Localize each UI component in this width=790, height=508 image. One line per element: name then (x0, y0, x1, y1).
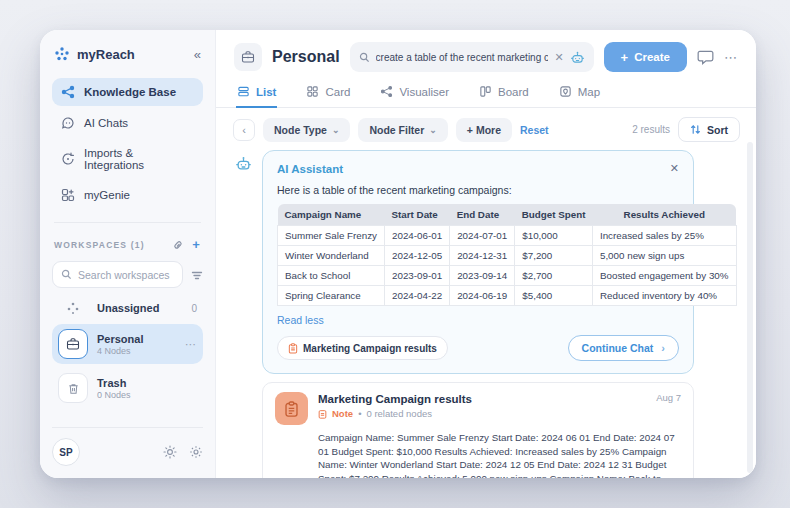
tab-label: List (256, 86, 276, 98)
chip-label: Marketing Campaign results (303, 343, 437, 354)
cell-results: Reduced inventory by 40% (592, 286, 736, 306)
sidebar-collapse-button[interactable]: « (194, 47, 201, 62)
close-icon[interactable]: ✕ (670, 162, 679, 175)
settings-gear-icon[interactable] (189, 445, 203, 459)
node-card-marketing-campaign-results[interactable]: Marketing Campaign results Note • 0 rela… (262, 382, 694, 478)
table-row: Summer Sale Frenzy 2024-06-01 2024-07-01… (278, 226, 737, 246)
cell-budget: $10,000 (515, 226, 593, 246)
plus-icon: + (621, 50, 629, 65)
sidebar-item-label: AI Chats (84, 117, 128, 129)
search-icon (359, 52, 370, 63)
sort-icon (690, 124, 701, 135)
tab-board[interactable]: Board (478, 81, 530, 108)
workspace-filter-icon[interactable] (191, 269, 203, 281)
workspace-search-input[interactable]: Search workspaces (52, 261, 183, 288)
theme-sun-icon[interactable] (163, 445, 177, 459)
mygenie-icon (61, 188, 75, 202)
ai-assistant-panel: AI Assistant ✕ Here is a table of the re… (262, 150, 694, 374)
cell-results: Boosted engagement by 30% (592, 266, 736, 286)
map-icon (559, 85, 572, 98)
link-icon[interactable] (172, 239, 184, 251)
node-filter[interactable]: Node Filter⌄ (358, 118, 447, 142)
visualiser-network-icon (380, 85, 393, 98)
note-icon (288, 343, 298, 354)
sidebar-divider (54, 222, 201, 223)
briefcase-icon (58, 329, 88, 359)
app-logo-text: myReach (77, 47, 135, 62)
page-header: Personal create a table of the recent ma… (216, 30, 756, 81)
workspace-name: Unassigned (97, 302, 159, 314)
cell-start-date: 2024-04-22 (385, 286, 450, 306)
cell-end-date: 2024-06-19 (450, 286, 515, 306)
note-icon (275, 392, 308, 425)
cell-results: Increased sales by 25% (592, 226, 736, 246)
tab-card[interactable]: Card (305, 81, 351, 108)
table-row: Winter Wonderland 2024-12-05 2024-12-31 … (278, 246, 737, 266)
cell-start-date: 2023-09-01 (385, 266, 450, 286)
myreach-app-window: myReach « Knowledge Base AI Chats Import… (40, 30, 756, 478)
workspaces-header: WORKSPACES (1) + (52, 237, 203, 252)
node-list-content: AI Assistant ✕ Here is a table of the re… (216, 147, 756, 478)
table-row: Back to School 2023-09-01 2023-09-14 $2,… (278, 266, 737, 286)
workspace-node-count: 0 Nodes (97, 390, 131, 400)
table-row: Spring Clearance 2024-04-22 2024-06-19 $… (278, 286, 737, 306)
column-header: Budget Spent (515, 204, 593, 226)
workspace-row-unassigned[interactable]: Unassigned 0 (52, 296, 203, 320)
ai-robot-icon[interactable] (570, 51, 585, 64)
tab-label: Board (498, 86, 529, 98)
sidebar-item-ai-chats[interactable]: AI Chats (52, 109, 203, 137)
main-area: Personal create a table of the recent ma… (216, 30, 756, 478)
workspace-search-placeholder: Search workspaces (78, 269, 170, 281)
tab-visualiser[interactable]: Visualiser (379, 81, 450, 108)
node-type-filter[interactable]: Node Type⌄ (263, 118, 350, 142)
cell-start-date: 2024-06-01 (385, 226, 450, 246)
cell-budget: $5,400 (515, 286, 593, 306)
knowledge-base-icon (61, 85, 75, 99)
result-node-chip[interactable]: Marketing Campaign results (277, 336, 448, 360)
workspace-more-button[interactable]: ⋯ (185, 338, 197, 351)
cell-campaign-name: Back to School (278, 266, 385, 286)
desktop-background: myReach « Knowledge Base AI Chats Import… (0, 0, 790, 508)
clear-search-icon[interactable]: ✕ (554, 51, 563, 64)
cell-campaign-name: Spring Clearance (278, 286, 385, 306)
related-nodes-label: 0 related nodes (366, 408, 432, 419)
column-header: Start Date (385, 204, 450, 226)
cell-end-date: 2024-07-01 (450, 226, 515, 246)
header-more-button[interactable]: ⋯ (724, 50, 742, 65)
search-icon (61, 269, 72, 280)
myreach-logo-icon (54, 46, 70, 62)
read-less-link[interactable]: Read less (277, 314, 324, 326)
board-kanban-icon (479, 85, 492, 98)
user-avatar[interactable]: SP (52, 438, 80, 466)
workspace-row-personal[interactable]: Personal 4 Nodes ⋯ (52, 324, 203, 364)
cell-results: 5,000 new sign ups (592, 246, 736, 266)
column-header: Results Achieved (592, 204, 736, 226)
filters-scroll-left-button[interactable]: ‹ (233, 119, 255, 141)
workspace-row-trash[interactable]: Trash 0 Nodes (52, 368, 203, 408)
card-view-icon (306, 85, 319, 98)
cell-campaign-name: Winter Wonderland (278, 246, 385, 266)
add-workspace-button[interactable]: + (192, 237, 201, 252)
trash-icon (58, 373, 88, 403)
sort-button[interactable]: Sort (678, 117, 740, 142)
reset-filters-link[interactable]: Reset (520, 124, 549, 136)
tab-map[interactable]: Map (558, 81, 601, 108)
sidebar-item-imports-integrations[interactable]: Imports & Integrations (52, 140, 203, 178)
card-date: Aug 7 (656, 392, 681, 403)
cell-campaign-name: Summer Sale Frenzy (278, 226, 385, 246)
more-filters-button[interactable]: + More (456, 118, 512, 142)
scrollbar[interactable] (747, 142, 753, 473)
main-search-input[interactable]: create a table of the recent marketing c… (350, 42, 594, 72)
chat-bubble-icon[interactable] (697, 49, 714, 65)
workspace-name: Personal (97, 333, 143, 345)
tab-label: Map (578, 86, 600, 98)
sidebar-item-mygenie[interactable]: myGenie (52, 181, 203, 209)
campaigns-table: Campaign Name Start Date End Date Budget… (277, 204, 737, 306)
tab-label: Visualiser (399, 86, 449, 98)
cell-start-date: 2024-12-05 (385, 246, 450, 266)
tab-list[interactable]: List (236, 81, 277, 108)
create-button[interactable]: +Create (604, 42, 687, 72)
sidebar-item-label: Imports & Integrations (84, 147, 194, 171)
sidebar-item-knowledge-base[interactable]: Knowledge Base (52, 78, 203, 106)
continue-chat-button[interactable]: Continue Chat › (568, 335, 679, 361)
